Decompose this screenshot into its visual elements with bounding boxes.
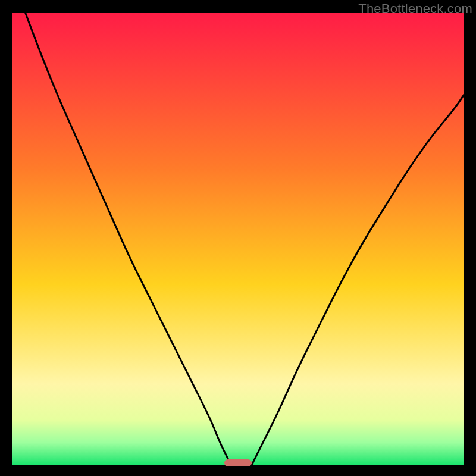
watermark-text: TheBottleneck.com: [358, 1, 472, 17]
right-curve: [252, 95, 464, 465]
left-curve: [26, 13, 231, 465]
curve-layer: [12, 13, 464, 465]
bottleneck-marker: [224, 459, 252, 466]
chart-frame: [12, 13, 464, 465]
